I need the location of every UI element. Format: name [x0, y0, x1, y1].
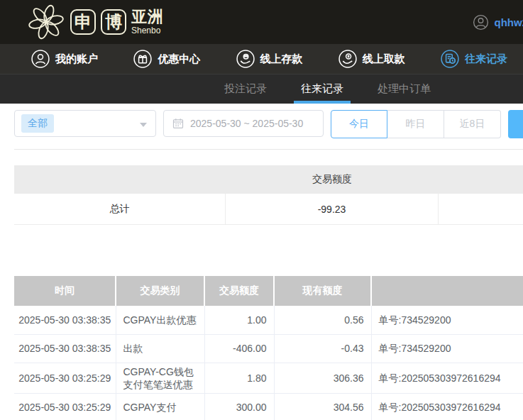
- cell-time: 2025-05-30 03:25:29: [14, 393, 116, 420]
- records-header-row: 时间 交易类别 交易额度 现有额度 摘要: [14, 276, 523, 306]
- col-header-balance: 现有额度: [274, 276, 371, 306]
- tab-pending-orders[interactable]: 处理中订单: [373, 74, 435, 104]
- filter-bar: 全部 2025-05-30 ~ 2025-05-30 今日 昨日 近8日: [0, 104, 523, 149]
- cell-type: CGPAY出款优惠: [116, 306, 204, 334]
- summary-empty-cell: [439, 194, 523, 224]
- deposit-icon: [236, 50, 255, 68]
- cell-amount: 300.00: [204, 393, 274, 420]
- cell-amount: 1.80: [204, 363, 274, 393]
- summary-table: 交易额度 总计 -99.23: [14, 165, 523, 225]
- date-range-input[interactable]: 2025-05-30 ~ 2025-05-30: [163, 110, 324, 137]
- summary-header-row: 交易额度: [14, 165, 523, 194]
- nav-label: 我的账户: [55, 52, 98, 66]
- brand-wordmark: 亚洲 Shenbo: [131, 9, 164, 35]
- main-navigation: 我的账户 优惠中心 线上存款 线上取款 往来记录: [0, 44, 523, 74]
- account-icon: [31, 50, 50, 68]
- cell-balance: -0.43: [274, 334, 371, 363]
- nav-item-my-account[interactable]: 我的账户: [31, 50, 98, 68]
- cell-balance: 306.36: [274, 363, 371, 393]
- cell-type: 出款: [116, 334, 204, 363]
- nav-label: 优惠中心: [158, 52, 200, 66]
- yesterday-button[interactable]: 昨日: [387, 110, 444, 138]
- nav-label: 线上存款: [260, 52, 303, 66]
- search-button[interactable]: [508, 110, 523, 138]
- user-avatar-icon: [473, 14, 489, 31]
- tab-transaction-records[interactable]: 往来记录: [297, 74, 348, 104]
- cell-time: 2025-05-30 03:25:29: [14, 363, 116, 393]
- nav-item-withdraw[interactable]: 线上取款: [338, 50, 405, 68]
- records-table: 时间 交易类别 交易额度 现有额度 摘要 2025-05-30 03:38:35…: [14, 276, 523, 420]
- table-row: 2025-05-30 03:38:35 CGPAY出款优惠 1.00 0.56 …: [14, 306, 523, 334]
- records-tab-bar: 投注记录 往来记录 处理中订单: [0, 74, 523, 104]
- date-range-text: 2025-05-30 ~ 2025-05-30: [190, 118, 303, 129]
- username-text[interactable]: qhhw2: [495, 16, 523, 28]
- nav-label: 线上取款: [363, 52, 405, 66]
- brand-char-shen: 申: [70, 9, 96, 35]
- type-select[interactable]: 全部: [14, 110, 156, 137]
- col-header-summary: 摘要: [371, 276, 523, 306]
- calendar-icon: [172, 118, 184, 129]
- tab-betting-records[interactable]: 投注记录: [220, 74, 271, 104]
- brand-region-text: 亚洲: [131, 9, 164, 25]
- summary-total-row: 总计 -99.23: [14, 194, 523, 225]
- table-row: 2025-05-30 03:25:29 CGPAY支付 300.00 304.5…: [14, 393, 523, 420]
- summary-header-amount: 交易额度: [226, 173, 439, 186]
- table-row: 2025-05-30 03:38:35 出款 -406.00 -0.43 单号:…: [14, 334, 523, 363]
- cell-balance: 0.56: [274, 306, 371, 334]
- nav-item-deposit[interactable]: 线上存款: [236, 50, 303, 68]
- cell-amount: 1.00: [204, 306, 274, 334]
- table-row: 2025-05-30 03:25:29 CGPAY-CG钱包支付笔笔送优惠 1.…: [14, 363, 523, 393]
- cell-summary: 单号:202505303972616294: [371, 393, 523, 420]
- col-header-time: 时间: [14, 276, 116, 306]
- last-8-days-button[interactable]: 近8日: [444, 110, 501, 138]
- quick-date-buttons: 今日 昨日 近8日: [331, 110, 501, 138]
- cell-type: CGPAY-CG钱包支付笔笔送优惠: [116, 363, 204, 393]
- col-header-type: 交易类别: [116, 276, 204, 306]
- brand-latin-text: Shenbo: [131, 26, 164, 35]
- account-menu[interactable]: qhhw2: [473, 0, 523, 44]
- nav-label: 往来记录: [465, 52, 507, 66]
- col-header-amount: 交易额度: [204, 276, 274, 306]
- nav-item-promotions[interactable]: 优惠中心: [133, 50, 200, 68]
- section-divider: [14, 149, 523, 150]
- withdraw-icon: [338, 50, 357, 68]
- cell-type: CGPAY支付: [116, 393, 204, 420]
- brand-char-bo: 博: [101, 9, 126, 35]
- cell-summary: 单号:734529200: [371, 334, 523, 363]
- type-select-tag[interactable]: 全部: [21, 114, 54, 133]
- top-header: 申 博 亚洲 Shenbo qhhw2: [0, 0, 523, 44]
- records-icon: [441, 50, 459, 68]
- cell-summary: 单号:202505303972616294: [371, 363, 523, 393]
- brand-flower-icon: [27, 3, 65, 41]
- cell-time: 2025-05-30 03:38:35: [14, 334, 116, 363]
- cell-summary: 单号:734529200: [371, 306, 523, 334]
- nav-item-transaction-records[interactable]: 往来记录: [441, 50, 507, 68]
- cell-balance: 304.56: [274, 393, 371, 420]
- summary-total-label: 总计: [14, 194, 226, 224]
- cell-amount: -406.00: [204, 334, 274, 363]
- cell-time: 2025-05-30 03:38:35: [14, 306, 116, 334]
- gift-icon: [133, 50, 152, 68]
- today-button[interactable]: 今日: [331, 110, 387, 138]
- summary-total-value: -99.23: [226, 194, 439, 224]
- chevron-down-icon: [140, 123, 147, 127]
